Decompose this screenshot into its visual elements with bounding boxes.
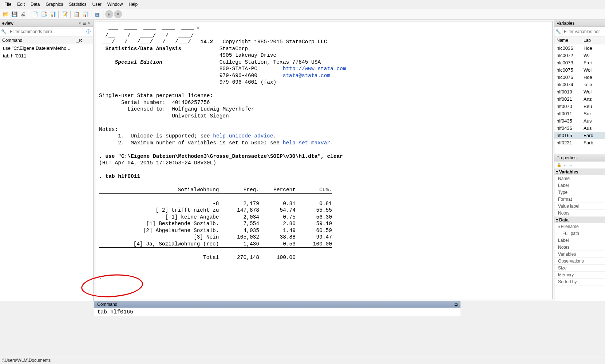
variable-row[interactable]: hlf0011Soz	[554, 110, 605, 117]
variable-row[interactable]: hlc0036Hoe	[554, 44, 605, 52]
variables-title: Variables	[557, 21, 574, 26]
variable-row[interactable]: hlf0019Wol	[554, 88, 605, 95]
property-row[interactable]: Value label	[554, 203, 605, 210]
properties-panel-header: Properties	[554, 154, 605, 161]
data-editor-icon[interactable]: 📋	[72, 10, 80, 18]
print-icon[interactable]: 🖨	[19, 10, 27, 18]
command-pane: Command ⬓	[94, 301, 460, 316]
property-row[interactable]: Sorted by	[554, 279, 605, 285]
status-bar: :\Users\WLM\Documents	[0, 357, 605, 364]
variables-panel-header: Variables	[554, 20, 605, 27]
variable-row[interactable]: hlf0435Aus	[554, 117, 605, 124]
column-rc[interactable]: _rc	[76, 38, 91, 43]
table-row: -82,1790.810.81	[99, 200, 332, 207]
menu-help[interactable]: Help	[126, 1, 141, 8]
separator	[91, 11, 91, 18]
collapse-icon[interactable]: ⊟	[556, 218, 558, 222]
variable-row[interactable]: hlc0075Wol	[554, 66, 605, 73]
menu-file[interactable]: File	[1, 1, 14, 8]
variable-row[interactable]: hlf0436Aus	[554, 124, 605, 132]
table-row: [-1] keine Angabe2,0340.7556.30	[99, 214, 332, 221]
log-icon[interactable]: 📄	[31, 10, 39, 18]
review-title: eview	[2, 21, 13, 26]
property-row[interactable]: Name	[554, 175, 605, 182]
property-row[interactable]: Memory	[554, 272, 605, 279]
props-section-data[interactable]: ⊟Data	[554, 217, 605, 223]
tab-output-table: SozialwohnungFreq.PercentCum. -82,1790.8…	[99, 187, 332, 261]
property-row[interactable]: Size	[554, 265, 605, 272]
pin-icon[interactable]: ⬓	[454, 303, 458, 307]
open-icon[interactable]: 📂	[1, 10, 9, 18]
variable-row[interactable]: hlc0072W.-	[554, 52, 605, 59]
property-row[interactable]: Variables	[554, 251, 605, 258]
variable-row[interactable]: hlf0021Anz	[554, 95, 605, 103]
link-set-maxvar[interactable]: help set_maxvar	[283, 140, 331, 146]
command-title: Command	[97, 302, 117, 307]
save-icon[interactable]: 💾	[10, 10, 18, 18]
menu-window[interactable]: Window	[104, 1, 126, 8]
review-list: use "C:\Eigene Dateien\Metho... tab hlf0…	[0, 44, 93, 301]
column-label[interactable]: Lab	[584, 38, 591, 43]
property-row[interactable]: Label	[554, 237, 605, 244]
collapse-icon[interactable]: ⊟	[556, 170, 558, 174]
property-row[interactable]: Format	[554, 196, 605, 203]
review-item[interactable]: use "C:\Eigene Dateien\Metho...	[0, 44, 93, 52]
command-pane-header: Command ⬓	[94, 301, 460, 308]
link-unicode-advice[interactable]: help unicode_advice	[213, 133, 273, 139]
separator	[103, 11, 103, 18]
menu-statistics[interactable]: Statistics	[66, 1, 89, 8]
variables-manager-icon[interactable]: ▦	[93, 10, 101, 18]
do-editor-icon[interactable]: 📝	[60, 10, 68, 18]
column-command[interactable]: Command	[2, 38, 76, 43]
command-input[interactable]	[94, 308, 460, 316]
variables-filter-input[interactable]	[562, 28, 605, 35]
break-icon[interactable]: ✕	[114, 10, 122, 18]
property-row[interactable]: Observations	[554, 258, 605, 265]
arrow-right-icon[interactable]: →	[569, 163, 573, 167]
graph-icon[interactable]: 📊	[48, 10, 56, 18]
property-row[interactable]: Full path	[554, 230, 605, 237]
variable-row[interactable]: hlf0165Farb	[554, 132, 605, 139]
variable-row[interactable]: hlf0070Beu	[554, 103, 605, 110]
results-output[interactable]: ___ ____ ____ ____ ____ ® /__ / ____/ / …	[95, 21, 553, 299]
menu-edit[interactable]: Edit	[14, 1, 28, 8]
variable-row[interactable]: hlc0074kein	[554, 81, 605, 88]
menu-user[interactable]: User	[89, 1, 104, 8]
link-email[interactable]: stata@stata.com	[283, 73, 331, 79]
arrow-left-icon[interactable]: ←	[563, 163, 567, 167]
column-name[interactable]: Name	[557, 38, 584, 43]
variable-row[interactable]: hlf0231Farb	[554, 139, 605, 146]
link-website[interactable]: http://www.stata.com	[283, 66, 346, 72]
table-row: [1] Bestehende Sozialb.7,5542.8059.10	[99, 220, 332, 227]
menu-bar: File Edit Data Graphics Statistics User …	[0, 0, 605, 9]
results-pane: ___ ____ ____ ____ ____ ® /__ / ____/ / …	[94, 20, 554, 301]
review-filter-input[interactable]	[8, 28, 85, 35]
variables-panel: Variables 🔧 Name Lab hlc0036Hoehlc0072W.…	[554, 20, 605, 154]
property-row[interactable]: Notes	[554, 210, 605, 217]
panel-controls[interactable]: ▾ ⬓ ✕	[79, 21, 91, 25]
status-path: :\Users\WLM\Documents	[2, 358, 51, 363]
review-panel: eview ▾ ⬓ ✕ 🔧 ⓘ Command _rc use "C:\Eige…	[0, 20, 94, 301]
lock-icon[interactable]: 🔒	[557, 163, 562, 167]
continue-icon[interactable]: ▸	[105, 10, 113, 18]
variable-row[interactable]: hlc0073Frei	[554, 59, 605, 66]
property-row[interactable]: ⊟Filename	[554, 223, 605, 230]
search-icon: 🔧	[555, 29, 561, 34]
variables-list[interactable]: hlc0036Hoehlc0072W.-hlc0073Freihlc0075Wo…	[554, 44, 605, 154]
property-row[interactable]: Notes	[554, 244, 605, 251]
table-row: [4] Ja, Sozialwohnung (rec)1,4360.53100.…	[99, 241, 332, 248]
props-section-variables[interactable]: ⊟Variables	[554, 169, 605, 175]
property-row[interactable]: Type	[554, 189, 605, 196]
info-icon[interactable]: ⓘ	[86, 29, 92, 35]
variable-row[interactable]: hlc0076Hoe	[554, 73, 605, 81]
menu-graphics[interactable]: Graphics	[43, 1, 66, 8]
data-browser-icon[interactable]: 📊	[81, 10, 89, 18]
separator	[58, 11, 59, 18]
review-item[interactable]: tab hlf0011	[0, 52, 93, 60]
menu-data[interactable]: Data	[28, 1, 43, 8]
table-row: [-2] trifft nicht zu147,87854.7455.55	[99, 207, 332, 214]
viewer-icon[interactable]: 📑	[40, 10, 48, 18]
properties-title: Properties	[557, 155, 577, 160]
review-panel-header: eview ▾ ⬓ ✕	[0, 20, 93, 27]
property-row[interactable]: Label	[554, 182, 605, 189]
